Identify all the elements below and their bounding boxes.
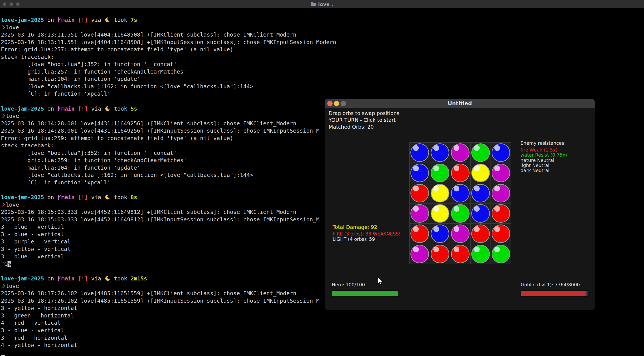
terminal-text-segment: love-jam-2025 [1, 275, 44, 282]
orb-blue[interactable] [431, 224, 449, 243]
orb-highlight [413, 166, 419, 171]
orb-highlight [413, 145, 419, 151]
orb-highlight [434, 186, 439, 191]
orb-purple[interactable] [492, 184, 510, 202]
game-window-titlebar[interactable]: Untitled [325, 99, 594, 108]
orb-purple[interactable] [451, 224, 470, 243]
git-branch-icon [57, 194, 61, 200]
orb-red[interactable] [471, 224, 490, 243]
grid-cell [491, 244, 511, 264]
terminal-text-segment: [!] [78, 106, 88, 112]
terminal-line: love . [1, 24, 644, 31]
orb-highlight [474, 246, 480, 252]
damage-line: FIRE (3 orbs): 33 WEAKNESS! [332, 231, 400, 237]
grid-cell [430, 203, 450, 223]
terminal-line: 3 - red - horizontal [1, 334, 644, 342]
orb-highlight [454, 145, 460, 151]
enemy-hp-fill [521, 291, 586, 296]
grid-cell [491, 163, 511, 183]
terminal-titlebar[interactable]: love . [0, 0, 644, 9]
grid-cell [430, 143, 450, 163]
orb-highlight [494, 145, 500, 151]
orb-highlight [413, 206, 419, 212]
git-branch-icon [57, 17, 61, 23]
orb-red[interactable] [492, 204, 510, 223]
orb-blue[interactable] [451, 184, 470, 202]
total-damage-label: Total Damage: 92 [332, 224, 377, 230]
terminal-text-segment [74, 106, 78, 112]
grid-cell [450, 244, 470, 264]
orb-red[interactable] [410, 224, 429, 243]
mouse-pointer-icon [376, 277, 384, 286]
terminal-line: [love "boot.lua"]:352: in function '__co… [1, 61, 644, 68]
orb-blue[interactable] [471, 204, 490, 223]
folder-icon [311, 2, 316, 6]
game-minimize-button[interactable] [334, 101, 339, 106]
orb-purple[interactable] [451, 143, 470, 162]
orb-red[interactable] [492, 224, 510, 243]
orb-red[interactable] [431, 245, 449, 263]
orb-blue[interactable] [431, 143, 449, 162]
orb-yellow[interactable] [471, 164, 490, 182]
grid-cell [491, 224, 511, 244]
orb-red[interactable] [451, 245, 470, 263]
orb-blue[interactable] [410, 143, 429, 162]
terminal-text-segment: via [88, 194, 104, 200]
orb-purple[interactable] [492, 164, 510, 182]
grid-cell [491, 143, 511, 163]
terminal-text-segment: 5s [130, 106, 137, 112]
orb-yellow[interactable] [431, 204, 449, 223]
orb-green[interactable] [471, 245, 490, 263]
prompt-chevron-icon [1, 284, 5, 288]
game-zoom-button[interactable] [340, 101, 346, 106]
resistance-item: light Neutral [520, 163, 567, 168]
terminal-text-segment: % [8, 261, 11, 267]
orb-highlight [494, 186, 500, 191]
grid-cell [430, 183, 450, 203]
game-window-title: Untitled [325, 99, 594, 108]
screen: { "menu_bar": { "title": "love ." }, "ic… [0, 0, 644, 356]
game-close-button[interactable] [327, 101, 332, 106]
terminal-cursor [1, 349, 5, 356]
orb-green[interactable] [492, 245, 510, 263]
terminal-text-segment: love . [6, 113, 26, 119]
orb-red[interactable] [451, 164, 470, 182]
grid-cell [471, 203, 490, 223]
resistance-item: fire Weak (1.5x) [520, 148, 567, 153]
moon-icon [104, 275, 111, 282]
orb-blue[interactable] [492, 143, 510, 162]
orb-highlight [474, 145, 480, 151]
orb-green[interactable] [431, 164, 449, 182]
orb-blue[interactable] [410, 164, 429, 182]
grid-cell [410, 183, 430, 203]
orb-highlight [474, 186, 480, 191]
grid-cell [410, 163, 430, 183]
terminal-text-segment: love . [6, 283, 26, 289]
terminal-text-segment: [!] [78, 17, 88, 23]
prompt-chevron-icon [1, 114, 5, 118]
orb-red[interactable] [410, 184, 429, 202]
terminal-text-segment: love-jam-2025 [1, 17, 44, 23]
orb-highlight [434, 226, 439, 232]
orb-blue[interactable] [471, 184, 490, 202]
orb-purple[interactable] [410, 204, 429, 223]
terminal-text-segment: love . [6, 201, 26, 208]
terminal-text-segment: love-jam-2025 [1, 194, 44, 200]
orb-green[interactable] [451, 204, 470, 223]
terminal-text-segment: ^C [1, 261, 8, 267]
resistance-item: water Resist (0.75x) [520, 153, 567, 158]
moon-icon [104, 194, 111, 200]
terminal-line: [love "callbacks.lua"]:162: in function … [1, 83, 644, 90]
orb-yellow[interactable] [431, 184, 449, 202]
terminal-text-segment: on [44, 17, 57, 23]
orb-green[interactable] [471, 143, 490, 162]
resistance-item: nature Neutral [520, 158, 567, 163]
terminal-text-segment: [!] [78, 275, 88, 282]
terminal-text-segment: main [61, 17, 74, 23]
terminal-text-segment: main [61, 194, 74, 200]
orb-highlight [494, 166, 500, 171]
grid-cell [471, 143, 490, 163]
grid-cell [450, 203, 470, 223]
terminal-text-segment: on [44, 106, 57, 112]
orb-purple[interactable] [410, 245, 429, 263]
